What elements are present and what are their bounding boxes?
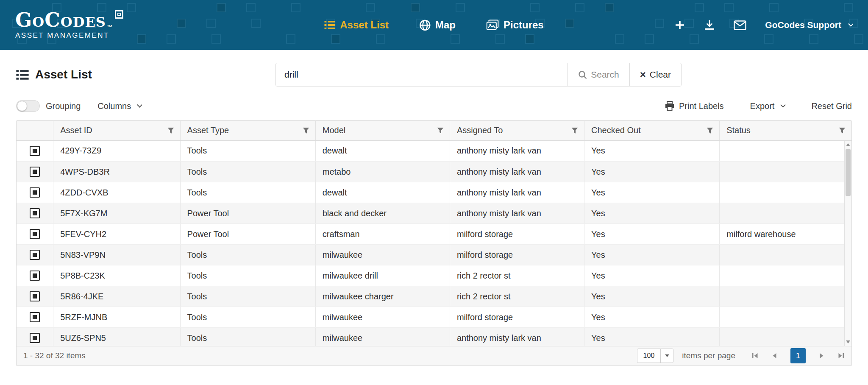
table-row[interactable]: 5P8B-C23K Tools milwaukee drill rich 2 r… bbox=[17, 265, 851, 286]
filter-icon[interactable] bbox=[437, 127, 444, 134]
search-group: Search × Clear bbox=[275, 63, 682, 86]
qr-code-icon[interactable] bbox=[30, 271, 40, 281]
cell-asset-id: 429Y-73Z9 bbox=[53, 141, 180, 162]
page-size-value: 100 bbox=[637, 349, 661, 363]
cell-asset-type: Tools bbox=[180, 307, 315, 328]
column-header-assigned-to[interactable]: Assigned To bbox=[450, 121, 584, 140]
qr-code-icon[interactable] bbox=[30, 146, 40, 156]
cell-asset-type: Tools bbox=[180, 328, 315, 346]
add-icon[interactable] bbox=[674, 20, 685, 31]
filter-icon[interactable] bbox=[303, 127, 309, 134]
vertical-scrollbar[interactable] bbox=[844, 141, 851, 346]
search-button[interactable]: Search bbox=[568, 63, 629, 86]
table-row[interactable]: 5UZ6-SPN5 Tools milwaukee anthony misty … bbox=[17, 328, 851, 346]
logo-line: GoCodes ™ bbox=[15, 10, 123, 30]
next-page-button[interactable] bbox=[818, 352, 825, 360]
grouping-label: Grouping bbox=[46, 101, 81, 111]
table-row[interactable]: 4WPS-DB3R Tools metabo anthony misty lar… bbox=[17, 162, 851, 182]
table-row[interactable]: 5FEV-CYH2 Power Tool craftsman milford s… bbox=[17, 224, 851, 245]
cell-checked-out: Yes bbox=[584, 224, 720, 245]
column-header-asset-type[interactable]: Asset Type bbox=[180, 121, 315, 140]
table-row[interactable]: 5N83-VP9N Tools milwaukee milford storag… bbox=[17, 245, 851, 265]
columns-menu-button[interactable]: Columns bbox=[97, 101, 142, 111]
qr-code-icon[interactable] bbox=[30, 208, 40, 218]
support-menu-label: GoCodes Support bbox=[765, 20, 841, 30]
search-input[interactable] bbox=[276, 63, 568, 86]
cell-status bbox=[720, 245, 851, 265]
table-row[interactable]: 4ZDD-CVXB Tools dewalt anthony misty lar… bbox=[17, 182, 851, 203]
row-select-cell bbox=[17, 245, 53, 265]
cell-checked-out: Yes bbox=[584, 141, 720, 162]
support-menu[interactable]: GoCodes Support bbox=[765, 20, 853, 30]
scroll-up-arrow-icon[interactable] bbox=[846, 143, 850, 146]
scroll-down-arrow-icon[interactable] bbox=[846, 340, 850, 343]
grid-header-table: Asset ID Asset Type Model Assigned bbox=[17, 121, 851, 141]
cell-asset-type: Tools bbox=[180, 265, 315, 286]
row-select-cell bbox=[17, 328, 53, 346]
clear-button[interactable]: × Clear bbox=[629, 63, 681, 86]
column-header-status[interactable]: Status bbox=[720, 121, 851, 140]
filter-icon[interactable] bbox=[839, 127, 846, 134]
table-row[interactable]: 5RZF-MJNB Tools milwaukee milford storag… bbox=[17, 307, 851, 328]
cell-asset-id: 5RZF-MJNB bbox=[53, 307, 180, 328]
table-row[interactable]: 5F7X-KG7M Power Tool black and decker an… bbox=[17, 203, 851, 224]
logo-text: GoCodes bbox=[15, 10, 106, 30]
prev-page-button[interactable] bbox=[771, 352, 779, 360]
column-header-asset-id[interactable]: Asset ID bbox=[53, 121, 180, 140]
cell-asset-id: 5N83-VP9N bbox=[53, 245, 180, 265]
qr-code-icon[interactable] bbox=[30, 187, 40, 198]
cell-status bbox=[720, 141, 851, 162]
table-row[interactable]: 429Y-73Z9 Tools dewalt anthony misty lar… bbox=[17, 141, 851, 162]
cell-status bbox=[720, 328, 851, 346]
filter-icon[interactable] bbox=[707, 127, 713, 134]
reset-grid-button[interactable]: Reset Grid bbox=[811, 101, 852, 111]
printer-icon bbox=[665, 101, 675, 111]
cell-asset-type: Tools bbox=[180, 141, 315, 162]
cell-checked-out: Yes bbox=[584, 162, 720, 182]
print-labels-label: Print Labels bbox=[679, 101, 724, 111]
qr-code-icon[interactable] bbox=[30, 291, 40, 301]
qr-code-icon[interactable] bbox=[30, 250, 40, 260]
scrollbar-thumb[interactable] bbox=[846, 149, 851, 196]
pictures-icon bbox=[486, 20, 499, 31]
cell-model: milwaukee bbox=[315, 307, 450, 328]
cell-model: dewalt bbox=[315, 182, 450, 203]
qr-code-icon[interactable] bbox=[30, 229, 40, 239]
filter-icon[interactable] bbox=[167, 127, 174, 134]
row-select-cell bbox=[17, 182, 53, 203]
filter-icon[interactable] bbox=[571, 127, 578, 134]
download-icon[interactable] bbox=[704, 20, 715, 31]
print-labels-button[interactable]: Print Labels bbox=[665, 101, 724, 111]
logo[interactable]: GoCodes ™ ASSET MANAGEMENT bbox=[15, 10, 123, 40]
last-page-button[interactable] bbox=[837, 352, 845, 360]
page-title: Asset List bbox=[16, 68, 92, 81]
nav-map[interactable]: Map bbox=[419, 19, 456, 31]
search-button-label: Search bbox=[591, 70, 619, 80]
qr-code-icon[interactable] bbox=[30, 312, 40, 322]
grouping-toggle[interactable] bbox=[16, 100, 40, 112]
nav-pictures[interactable]: Pictures bbox=[486, 19, 544, 31]
cell-assigned-to: rich 2 rector st bbox=[450, 286, 584, 307]
cell-status bbox=[720, 203, 851, 224]
cell-asset-id: 4ZDD-CVXB bbox=[53, 182, 180, 203]
column-header-model[interactable]: Model bbox=[315, 121, 450, 140]
first-page-button[interactable] bbox=[751, 352, 759, 360]
nav-asset-list[interactable]: Asset List bbox=[324, 19, 389, 31]
page-size-select[interactable]: 100 bbox=[637, 349, 674, 363]
app-root: GoCodes ™ ASSET MANAGEMENT Asset List bbox=[0, 0, 868, 366]
page-size-dropdown-button[interactable] bbox=[660, 349, 673, 363]
columns-menu-label: Columns bbox=[97, 101, 131, 111]
cell-checked-out: Yes bbox=[584, 286, 720, 307]
current-page-button[interactable]: 1 bbox=[790, 348, 806, 363]
grid-toolbar: Grouping Columns Print Labels Export bbox=[16, 100, 852, 112]
row-select-cell bbox=[17, 203, 53, 224]
qr-code-icon[interactable] bbox=[30, 333, 40, 343]
column-header-checked-out[interactable]: Checked Out bbox=[584, 121, 720, 140]
row-select-cell bbox=[17, 286, 53, 307]
next-page-icon bbox=[818, 352, 825, 360]
qr-code-icon[interactable] bbox=[30, 167, 40, 177]
mail-icon[interactable] bbox=[734, 20, 746, 30]
table-row[interactable]: 5R86-4JKE Tools milwaukee charger rich 2… bbox=[17, 286, 851, 307]
export-menu-button[interactable]: Export bbox=[750, 101, 785, 111]
cell-checked-out: Yes bbox=[584, 265, 720, 286]
